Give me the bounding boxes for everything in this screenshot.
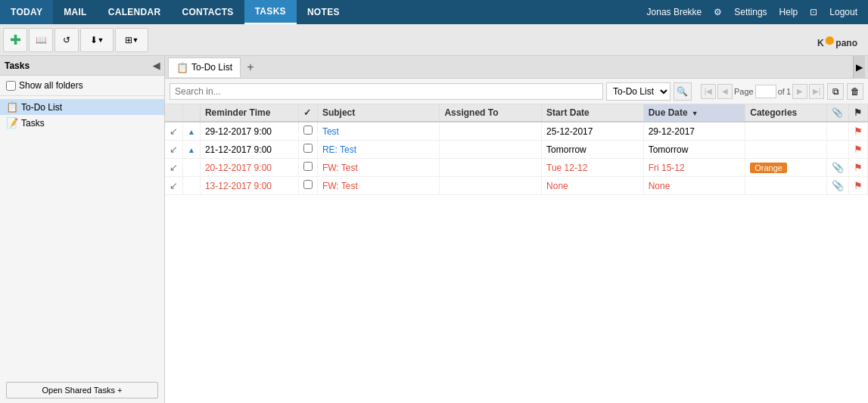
view-icon: ⊞ (125, 35, 132, 45)
view-button[interactable]: ⊞ ▼ (115, 28, 148, 52)
tab-todo-list[interactable]: 📋 To-Do List (168, 57, 241, 77)
col-clip-label: 📎 (832, 107, 843, 118)
row-checkbox-cell (298, 159, 317, 177)
copy-button[interactable]: ⧉ (827, 83, 844, 100)
flag-icon[interactable]: ⚑ (854, 162, 863, 173)
nav-mail[interactable]: MAIL (53, 0, 98, 24)
collapse-panel-button[interactable]: ▶ (853, 56, 865, 79)
row-subject[interactable]: Test (317, 122, 440, 141)
col-header-categories[interactable]: Categories (745, 104, 827, 122)
download-button[interactable]: ⬇ ▼ (80, 28, 114, 52)
row-complete-checkbox[interactable] (303, 126, 313, 135)
task-type-icon: ↙ (170, 144, 178, 155)
open-icon: 📖 (36, 35, 47, 45)
logout-link[interactable]: Logout (825, 7, 862, 17)
download-arrow-icon: ▼ (98, 36, 104, 44)
task-type-icon: ↙ (170, 180, 178, 191)
trash-icon: 🗑 (851, 86, 860, 97)
col-header-clip[interactable]: 📎 (827, 104, 849, 122)
table-row[interactable]: ↙ ▲ 29-12-2017 9:00 Test 25-12-2017 29-1… (165, 122, 868, 141)
row-complete-checkbox[interactable] (303, 180, 313, 189)
col-header-reminder[interactable]: Reminder Time (200, 104, 298, 122)
col-header-cb[interactable]: ✓ (298, 104, 317, 122)
refresh-icon: ↺ (63, 35, 70, 45)
add-tab-button[interactable]: + (242, 59, 259, 76)
row-start-date: Tomorrow (542, 141, 644, 159)
row-reminder-time: 20-12-2017 9:00 (200, 159, 298, 177)
show-all-folders-row[interactable]: Show all folders (0, 76, 164, 96)
page-first-button[interactable]: |◀ (701, 84, 716, 99)
table-row[interactable]: ↙ 13-12-2017 9:00 FW: Test None None 📎 ⚑ (165, 177, 868, 195)
table-row[interactable]: ↙ ▲ 21-12-2017 9:00 RE: Test Tomorrow To… (165, 141, 868, 159)
search-button[interactable]: 🔍 (674, 82, 692, 101)
open-shared-tasks-button[interactable]: Open Shared Tasks + (6, 382, 158, 398)
refresh-button[interactable]: ↺ (54, 28, 79, 52)
sidebar-title: Tasks (5, 60, 30, 71)
flag-icon[interactable]: ⚑ (854, 144, 863, 155)
row-flag-cell[interactable]: ⚑ (849, 177, 868, 195)
nav-notes[interactable]: NOTES (297, 0, 350, 24)
sidebar: Tasks ◀ Show all folders 📋 To-Do List 📝 … (0, 56, 165, 403)
row-categories (745, 177, 827, 195)
row-subject[interactable]: FW: Test (317, 159, 440, 177)
col-cb-label: ✓ (303, 107, 311, 118)
logout-icon: ⊡ (805, 7, 822, 17)
col-header-assigned[interactable]: Assigned To (440, 104, 542, 122)
sidebar-item-todo-list[interactable]: 📋 To-Do List (0, 99, 164, 115)
col-header-icon1[interactable] (165, 104, 183, 122)
open-button[interactable]: 📖 (29, 28, 53, 52)
col-header-subject[interactable]: Subject (317, 104, 440, 122)
search-folder-select[interactable]: To-Do List (606, 82, 670, 101)
search-input[interactable] (170, 83, 603, 100)
row-subject[interactable]: RE: Test (317, 141, 440, 159)
page-number-input[interactable]: 1 (755, 85, 776, 98)
help-link[interactable]: Help (775, 7, 803, 17)
row-complete-checkbox[interactable] (303, 144, 313, 153)
tasks-icon: 📝 (6, 117, 18, 129)
show-all-checkbox[interactable] (6, 81, 16, 91)
attachment-icon: 📎 (832, 180, 844, 191)
row-flag-cell[interactable]: ⚑ (849, 122, 868, 141)
sidebar-item-tasks[interactable]: 📝 Tasks (0, 115, 164, 131)
col-flag-label: ⚑ (854, 107, 862, 118)
row-assigned-to (440, 159, 542, 177)
row-start-date: None (542, 177, 644, 195)
show-all-label: Show all folders (19, 80, 83, 91)
flag-icon[interactable]: ⚑ (854, 180, 863, 191)
page-of-label: of (778, 87, 785, 96)
col-header-priority[interactable] (183, 104, 201, 122)
flag-icon[interactable]: ⚑ (854, 126, 863, 137)
nav-contacts[interactable]: CONTACTS (171, 0, 244, 24)
pagination: |◀ ◀ Page 1 of 1 ▶ ▶| (701, 84, 824, 99)
row-complete-checkbox[interactable] (303, 162, 313, 171)
row-flag-cell[interactable]: ⚑ (849, 141, 868, 159)
row-assigned-to (440, 141, 542, 159)
delete-button[interactable]: 🗑 (847, 83, 863, 100)
row-type-icon: ↙ (165, 122, 183, 141)
table-row[interactable]: ↙ 20-12-2017 9:00 FW: Test Tue 12-12 Fri… (165, 159, 868, 177)
page-next-button[interactable]: ▶ (792, 84, 807, 99)
row-type-icon: ↙ (165, 177, 183, 195)
todo-list-icon: 📋 (6, 101, 18, 113)
row-categories (745, 122, 827, 141)
col-header-start[interactable]: Start Date (542, 104, 644, 122)
col-header-flag[interactable]: ⚑ (849, 104, 868, 122)
row-subject[interactable]: FW: Test (317, 177, 440, 195)
row-type-icon: ↙ (165, 141, 183, 159)
col-subject-label: Subject (322, 107, 355, 118)
tab-todo-icon: 📋 (176, 62, 188, 73)
settings-link[interactable]: Settings (730, 7, 771, 17)
page-last-button[interactable]: ▶| (809, 84, 824, 99)
col-header-due[interactable]: Due Date ▼ (643, 104, 745, 122)
row-clip-cell (827, 122, 849, 141)
nav-tasks[interactable]: TASKS (244, 0, 297, 24)
row-due-date: Fri 15-12 (643, 159, 745, 177)
page-prev-button[interactable]: ◀ (717, 84, 733, 99)
row-flag-cell[interactable]: ⚑ (849, 159, 868, 177)
top-nav: TODAY MAIL CALENDAR CONTACTS TASKS NOTES… (0, 0, 868, 24)
new-task-button[interactable]: ✚ (3, 28, 27, 52)
nav-calendar[interactable]: CALENDAR (98, 0, 172, 24)
nav-today[interactable]: TODAY (0, 0, 53, 24)
sidebar-toggle-button[interactable]: ◀ (153, 60, 160, 71)
row-start-date: 25-12-2017 (542, 122, 644, 141)
